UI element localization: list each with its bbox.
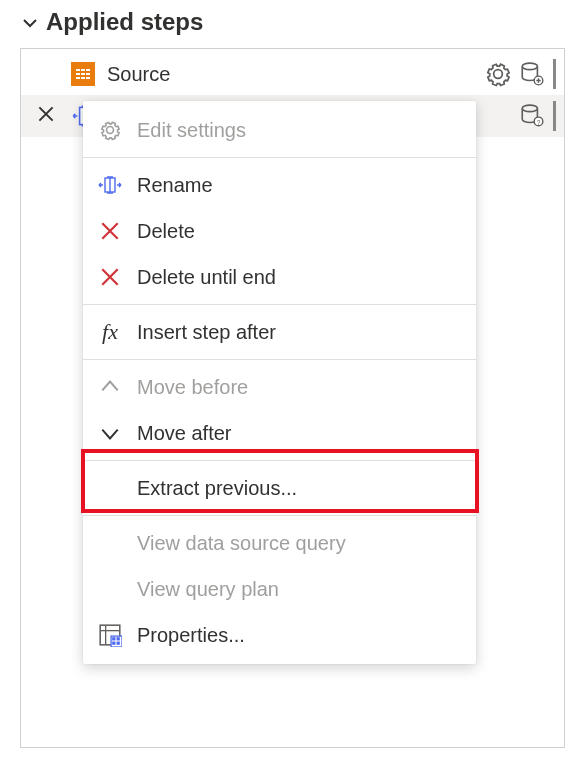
svg-point-8: [522, 105, 537, 112]
menu-item-label: View query plan: [137, 578, 279, 601]
menu-view-query-plan: View query plan: [83, 566, 476, 612]
scrollbar-indicator: [553, 101, 556, 131]
database-query-icon[interactable]: ?: [519, 103, 545, 129]
menu-extract-previous[interactable]: Extract previous...: [83, 465, 476, 511]
menu-delete-until-end[interactable]: Delete until end: [83, 254, 476, 300]
rename-icon: [97, 172, 123, 198]
svg-rect-19: [117, 642, 120, 645]
menu-edit-settings: Edit settings: [83, 107, 476, 153]
scrollbar-indicator: [553, 59, 556, 89]
menu-item-label: Delete until end: [137, 266, 276, 289]
svg-rect-3: [80, 69, 81, 79]
menu-insert-step-after[interactable]: fx Insert step after: [83, 309, 476, 355]
x-red-icon: [97, 264, 123, 290]
menu-rename[interactable]: Rename: [83, 162, 476, 208]
menu-item-label: Extract previous...: [137, 477, 297, 500]
menu-item-label: View data source query: [137, 532, 346, 555]
menu-delete[interactable]: Delete: [83, 208, 476, 254]
applied-steps-header[interactable]: Applied steps: [0, 0, 585, 48]
section-title: Applied steps: [46, 8, 203, 36]
chevron-down-icon: [97, 420, 123, 446]
menu-item-label: Move after: [137, 422, 231, 445]
svg-rect-4: [85, 69, 86, 79]
menu-item-label: Insert step after: [137, 321, 276, 344]
source-step-icon: [71, 62, 95, 86]
applied-steps-panel: Source: [20, 48, 565, 748]
svg-rect-1: [76, 73, 90, 75]
svg-point-5: [522, 63, 537, 69]
svg-rect-18: [112, 642, 115, 645]
blank-icon: [97, 576, 123, 602]
menu-separator: [83, 515, 476, 516]
delete-step-icon[interactable]: [35, 103, 57, 125]
menu-separator: [83, 460, 476, 461]
svg-rect-16: [112, 637, 115, 640]
blank-icon: [97, 530, 123, 556]
chevron-down-icon: [22, 15, 36, 29]
blank-icon: [97, 475, 123, 501]
svg-rect-0: [76, 69, 90, 71]
menu-properties[interactable]: Properties...: [83, 612, 476, 658]
properties-icon: [97, 622, 123, 648]
menu-separator: [83, 304, 476, 305]
step-row-source[interactable]: Source: [21, 53, 564, 95]
menu-move-before: Move before: [83, 364, 476, 410]
svg-rect-17: [117, 637, 120, 640]
menu-item-label: Delete: [137, 220, 195, 243]
menu-item-label: Rename: [137, 174, 213, 197]
x-red-icon: [97, 218, 123, 244]
menu-item-label: Properties...: [137, 624, 245, 647]
menu-separator: [83, 359, 476, 360]
gear-icon[interactable]: [485, 61, 511, 87]
menu-item-label: Move before: [137, 376, 248, 399]
menu-item-label: Edit settings: [137, 119, 246, 142]
menu-view-data-source-query: View data source query: [83, 520, 476, 566]
gear-icon: [97, 117, 123, 143]
fx-icon: fx: [97, 319, 123, 345]
svg-rect-2: [76, 77, 90, 79]
chevron-up-icon: [97, 374, 123, 400]
step-label: Source: [107, 63, 473, 86]
svg-text:?: ?: [537, 119, 541, 126]
database-icon[interactable]: [519, 61, 545, 87]
step-context-menu: Edit settings Rename Delete: [83, 101, 476, 664]
menu-separator: [83, 157, 476, 158]
menu-move-after[interactable]: Move after: [83, 410, 476, 456]
